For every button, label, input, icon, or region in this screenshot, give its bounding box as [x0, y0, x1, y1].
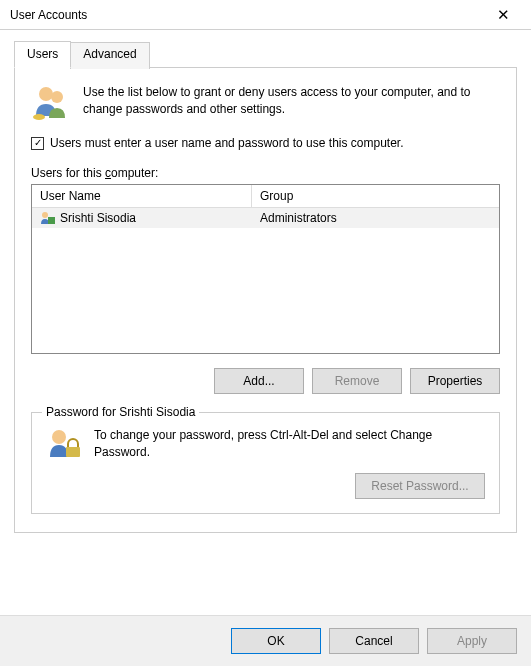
user-buttons-row: Add... Remove Properties	[31, 368, 500, 394]
tab-users[interactable]: Users	[14, 41, 71, 68]
intro-row: Use the list below to grant or deny user…	[31, 82, 500, 122]
column-username[interactable]: User Name	[32, 185, 252, 207]
checkbox-box: ✓	[31, 137, 44, 150]
table-row[interactable]: Srishti Sisodia Administrators	[32, 208, 499, 228]
close-button[interactable]: ✕	[483, 1, 523, 29]
svg-point-0	[39, 87, 53, 101]
ok-button[interactable]: OK	[231, 628, 321, 654]
close-icon: ✕	[497, 6, 510, 24]
users-list-label: Users for this computer:	[31, 166, 500, 180]
check-icon: ✓	[34, 138, 42, 148]
password-text: To change your password, press Ctrl-Alt-…	[94, 427, 485, 461]
users-icon	[31, 82, 71, 122]
add-button[interactable]: Add...	[214, 368, 304, 394]
tab-strip: Users Advanced	[14, 40, 517, 68]
svg-rect-6	[66, 447, 80, 457]
remove-button[interactable]: Remove	[312, 368, 402, 394]
key-icon	[46, 427, 82, 463]
svg-point-1	[51, 91, 63, 103]
dialog-content: Users Advanced Use the list below to gra…	[0, 30, 531, 533]
apply-button[interactable]: Apply	[427, 628, 517, 654]
password-legend: Password for Srishti Sisodia	[42, 405, 199, 419]
require-password-checkbox[interactable]: ✓ Users must enter a user name and passw…	[31, 136, 500, 150]
password-button-row: Reset Password...	[46, 473, 485, 499]
checkbox-label: Users must enter a user name and passwor…	[50, 136, 404, 150]
properties-button[interactable]: Properties	[410, 368, 500, 394]
users-listview[interactable]: User Name Group Srishti Sisodia Administ…	[31, 184, 500, 354]
listview-header: User Name Group	[32, 185, 499, 208]
user-row-icon	[40, 211, 56, 225]
cell-username-text: Srishti Sisodia	[60, 211, 136, 225]
cell-group: Administrators	[252, 208, 499, 228]
tab-panel-users: Use the list below to grant or deny user…	[14, 68, 517, 533]
tab-advanced[interactable]: Advanced	[70, 42, 149, 69]
password-row: To change your password, press Ctrl-Alt-…	[46, 427, 485, 463]
svg-point-5	[52, 430, 66, 444]
cancel-button[interactable]: Cancel	[329, 628, 419, 654]
title-bar: User Accounts ✕	[0, 0, 531, 30]
svg-point-3	[42, 212, 48, 218]
password-groupbox: Password for Srishti Sisodia To change y…	[31, 412, 500, 514]
svg-point-2	[33, 114, 45, 120]
dialog-button-bar: OK Cancel Apply	[0, 615, 531, 666]
reset-password-button[interactable]: Reset Password...	[355, 473, 485, 499]
cell-username: Srishti Sisodia	[32, 208, 252, 228]
column-group[interactable]: Group	[252, 185, 499, 207]
intro-text: Use the list below to grant or deny user…	[83, 82, 500, 122]
window-title: User Accounts	[10, 8, 483, 22]
svg-rect-4	[48, 217, 55, 224]
